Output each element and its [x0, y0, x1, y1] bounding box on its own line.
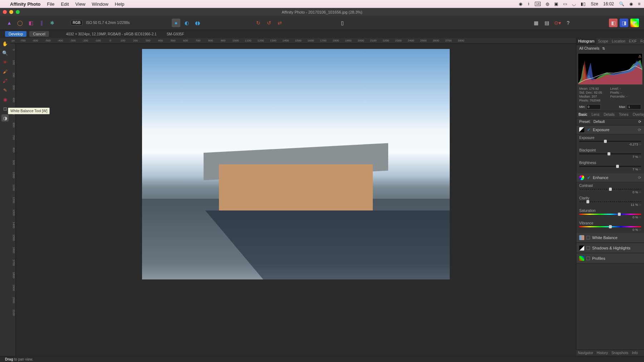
white-balance-checkbox[interactable]	[586, 236, 590, 239]
enhance-checkbox[interactable]: ✔	[586, 175, 591, 180]
persona-liquify-icon[interactable]: ◯	[16, 19, 24, 27]
saturation-value[interactable]: 0 %	[633, 215, 641, 219]
tab-scope[interactable]: Scope	[596, 38, 610, 45]
exposure-checkbox[interactable]: ✔	[586, 128, 591, 132]
clarity-value[interactable]: 11 %	[631, 203, 641, 207]
tab-exif[interactable]: EXIF	[627, 38, 639, 45]
bluetooth-icon[interactable]: ᚼ	[527, 1, 530, 6]
calendar-icon[interactable]: 18	[535, 2, 541, 6]
cloud-icon[interactable]: ◍	[546, 1, 549, 6]
preset-label: Preset:	[579, 120, 591, 124]
viber-icon[interactable]: ◉	[519, 1, 522, 6]
preset-refresh-icon[interactable]: ⟳	[638, 120, 641, 124]
white-balance-tool[interactable]: ◑	[1, 114, 9, 122]
brightness-slider[interactable]	[579, 166, 641, 167]
menu-file[interactable]: File	[47, 1, 54, 7]
menu-window[interactable]: Window	[92, 1, 108, 7]
clip-warning-icon[interactable]: ▯	[338, 19, 347, 27]
single-view-icon[interactable]: ●	[172, 19, 180, 27]
tab-snapshots[interactable]: Snapshots	[610, 350, 630, 356]
tab-details[interactable]: Details	[601, 111, 617, 118]
ui-color-icon[interactable]: ◩	[630, 19, 639, 27]
develop-button[interactable]: Develop	[5, 31, 26, 37]
saturation-slider[interactable]	[579, 214, 641, 215]
exposure-reset-icon[interactable]: ⟳	[638, 128, 641, 132]
dropbox-icon[interactable]: ▣	[554, 1, 558, 6]
tab-navigator[interactable]: Navigator	[576, 350, 595, 356]
min-input[interactable]	[586, 104, 601, 109]
channel-dropdown-icon[interactable]: ⇅	[602, 46, 605, 50]
notification-icon[interactable]: ≡	[638, 1, 640, 6]
tab-focus[interactable]: Focus	[639, 38, 644, 45]
spotlight-icon[interactable]: 🔍	[619, 1, 624, 6]
overlay-paint-tool[interactable]: 🖍	[1, 77, 9, 84]
tab-location[interactable]: Location	[610, 38, 627, 45]
persona-photo-icon[interactable]: ▲	[5, 19, 14, 27]
zoom-tool[interactable]: 🔍	[1, 49, 9, 56]
cancel-button[interactable]: Cancel	[29, 31, 49, 37]
exposure-header[interactable]: ✔ Exposure ⟳	[576, 125, 644, 134]
menu-edit[interactable]: Edit	[61, 1, 69, 7]
contrast-slider[interactable]	[579, 189, 641, 190]
flip-icon[interactable]: ⇄	[275, 19, 284, 27]
clarity-slider[interactable]	[579, 201, 641, 202]
overlay-erase-tool[interactable]: ✎	[1, 86, 9, 94]
vibrance-value[interactable]: 0 %	[633, 228, 641, 232]
vibrance-slider[interactable]	[579, 226, 641, 227]
close-button[interactable]	[3, 10, 7, 14]
tab-histogram[interactable]: Histogram	[576, 38, 596, 45]
redeye-tool[interactable]: 👁	[1, 59, 9, 66]
split-view-icon[interactable]: ◐	[182, 19, 191, 27]
guides-icon[interactable]: ▤	[542, 19, 551, 27]
exposure-slider[interactable]	[579, 141, 641, 142]
ui-light-icon[interactable]: ◧	[609, 19, 618, 27]
mirror-view-icon[interactable]: ◖◗	[193, 19, 202, 27]
white-balance-header[interactable]: White Balance	[576, 233, 644, 243]
clock[interactable]: 16:02	[603, 1, 614, 6]
brightness-value[interactable]: 7 %	[633, 168, 641, 171]
preset-value[interactable]: Default	[594, 120, 605, 124]
maximize-button[interactable]	[16, 10, 20, 14]
battery-icon[interactable]: ▮▯	[581, 1, 586, 6]
app-menu[interactable]: Affinity Photo	[10, 1, 40, 7]
shadows-highlights-header[interactable]: Shadows & Highlights	[576, 243, 644, 253]
max-input[interactable]	[627, 104, 641, 109]
enhance-reset-icon[interactable]: ⟳	[638, 175, 641, 180]
contrast-value[interactable]: 0 %	[633, 190, 641, 194]
rotate-ccw-icon[interactable]: ↺	[265, 19, 273, 27]
menu-help[interactable]: Help	[115, 1, 125, 7]
airplay-icon[interactable]: ▭	[563, 1, 567, 6]
tab-info[interactable]: Info	[630, 350, 640, 356]
shadows-highlights-checkbox[interactable]	[586, 246, 590, 250]
channel-selector[interactable]: All Channels	[579, 46, 599, 50]
profiles-checkbox[interactable]	[586, 257, 590, 260]
profiles-header[interactable]: Profiles	[576, 254, 644, 263]
assistant-icon[interactable]: ?	[564, 19, 572, 27]
canvas[interactable]	[16, 44, 576, 356]
siri-icon[interactable]: ◉	[629, 1, 633, 6]
blackpoint-value[interactable]: 7 %	[633, 155, 641, 159]
wifi-icon[interactable]: ◡	[572, 1, 576, 6]
persona-develop-icon[interactable]: ◧	[26, 19, 35, 27]
rotate-cw-icon[interactable]: ↻	[254, 19, 263, 27]
tab-history[interactable]: History	[595, 350, 610, 356]
ui-dark-icon[interactable]: ◨	[620, 19, 628, 27]
persona-tone-icon[interactable]: ‖	[37, 19, 46, 27]
crop-tool[interactable]: ⊡	[1, 105, 9, 112]
grid-icon[interactable]: ▦	[532, 19, 540, 27]
hand-tool[interactable]: ✋	[1, 40, 9, 47]
tab-overlays[interactable]: Overlays	[630, 111, 644, 118]
minimize-button[interactable]	[9, 10, 13, 14]
exposure-value[interactable]: -0,273	[629, 143, 641, 146]
macos-menubar: Affinity Photo File Edit View Window Hel…	[0, 0, 644, 8]
menu-view[interactable]: View	[75, 1, 86, 7]
tab-lens[interactable]: Lens	[589, 111, 601, 118]
blemish-tool[interactable]: 🖌	[1, 68, 9, 75]
persona-export-icon[interactable]: ✱	[48, 19, 57, 27]
overlay-gradient-tool[interactable]: ◉	[1, 96, 9, 103]
tab-basic[interactable]: Basic	[576, 111, 589, 118]
tab-tones[interactable]: Tones	[617, 111, 631, 118]
blackpoint-slider[interactable]	[579, 153, 641, 154]
enhance-header[interactable]: ✔ Enhance ⟳	[576, 173, 644, 182]
snap-icon[interactable]: ⊙▾	[553, 19, 562, 27]
